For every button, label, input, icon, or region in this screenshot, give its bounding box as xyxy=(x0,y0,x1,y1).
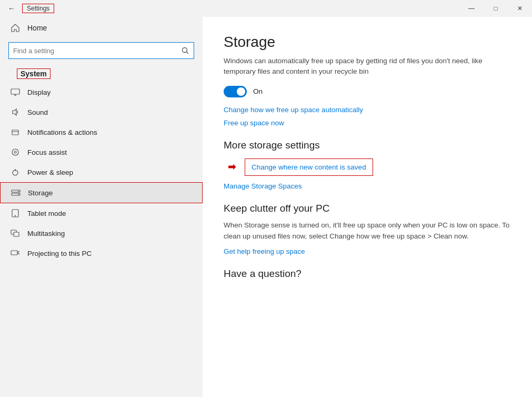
storage-sense-toggle-row: On xyxy=(224,86,511,97)
storage-label: Storage xyxy=(28,189,53,197)
close-button[interactable]: ✕ xyxy=(508,0,532,17)
toggle-label: On xyxy=(253,87,263,95)
arrow-indicator: ➡ xyxy=(228,161,236,173)
display-icon xyxy=(11,87,20,97)
svg-rect-20 xyxy=(11,251,17,255)
home-icon xyxy=(11,23,20,33)
storage-icon xyxy=(11,188,21,197)
change-content-link[interactable]: Change where new content is saved xyxy=(252,163,366,171)
multitasking-label: Multitasking xyxy=(27,230,65,237)
svg-rect-19 xyxy=(14,232,19,236)
have-question-title: Have a question? xyxy=(224,268,511,280)
manage-storage-spaces-link[interactable]: Manage Storage Spaces xyxy=(224,182,511,190)
sidebar-item-sound[interactable]: Sound xyxy=(0,102,203,122)
back-button[interactable]: ← xyxy=(4,1,19,16)
change-content-box: Change where new content is saved xyxy=(245,158,373,176)
keep-clutter-text: When Storage sense is turned on, it'll f… xyxy=(224,220,511,242)
power-label: Power & sleep xyxy=(27,168,73,176)
page-title: Storage xyxy=(224,34,511,51)
more-storage-title: More storage settings xyxy=(224,140,511,151)
keep-clutter-title: Keep clutter off your PC xyxy=(224,203,511,214)
main-content: Storage Windows can automatically free u… xyxy=(203,17,532,397)
svg-point-8 xyxy=(12,149,18,155)
sidebar-item-projecting[interactable]: Projecting to this PC xyxy=(0,243,203,263)
notifications-label: Notifications & actions xyxy=(27,128,97,136)
svg-rect-2 xyxy=(11,89,19,94)
svg-rect-6 xyxy=(12,130,18,135)
toggle-knob xyxy=(237,87,245,96)
sidebar: Home System Di xyxy=(0,17,203,397)
focus-label: Focus assist xyxy=(27,148,67,156)
sidebar-item-home[interactable]: Home xyxy=(0,17,203,37)
window-controls: — □ ✕ xyxy=(459,0,532,17)
svg-point-15 xyxy=(18,194,19,195)
sound-label: Sound xyxy=(27,108,48,116)
notifications-icon xyxy=(11,127,20,137)
storage-sense-toggle[interactable] xyxy=(224,86,247,97)
sidebar-item-tablet[interactable]: Tablet mode xyxy=(0,203,203,223)
projecting-icon xyxy=(11,249,20,258)
sidebar-item-power[interactable]: Power & sleep xyxy=(0,162,203,182)
sound-icon xyxy=(11,107,20,117)
storage-description: Windows can automatically free up space … xyxy=(224,56,511,77)
app-title: Settings xyxy=(22,4,54,13)
sidebar-item-notifications[interactable]: Notifications & actions xyxy=(0,122,203,142)
free-up-space-link[interactable]: Free up space now xyxy=(224,119,511,127)
display-label: Display xyxy=(27,88,51,96)
power-icon xyxy=(11,167,20,177)
maximize-button[interactable]: □ xyxy=(484,0,508,17)
svg-point-17 xyxy=(15,215,16,216)
sidebar-item-display[interactable]: Display xyxy=(0,82,203,102)
multitasking-icon xyxy=(11,229,20,238)
system-section-label: System xyxy=(17,68,51,79)
change-free-space-link[interactable]: Change how we free up space automaticall… xyxy=(224,106,511,114)
svg-marker-5 xyxy=(13,109,16,115)
svg-point-14 xyxy=(18,191,19,192)
sidebar-item-storage[interactable]: Storage xyxy=(0,182,203,203)
svg-point-0 xyxy=(183,48,187,53)
search-icon xyxy=(177,42,194,59)
get-help-link[interactable]: Get help freeing up space xyxy=(224,247,511,255)
search-box[interactable] xyxy=(8,42,194,59)
sidebar-item-focus[interactable]: Focus assist xyxy=(0,142,203,162)
svg-point-9 xyxy=(14,151,16,153)
minimize-button[interactable]: — xyxy=(459,0,484,17)
tablet-label: Tablet mode xyxy=(27,210,66,217)
title-bar: ← Settings — □ ✕ xyxy=(0,0,532,17)
svg-line-1 xyxy=(187,52,189,54)
search-input[interactable] xyxy=(9,47,177,55)
tablet-icon xyxy=(11,209,20,218)
sidebar-item-multitasking[interactable]: Multitasking xyxy=(0,223,203,243)
projecting-label: Projecting to this PC xyxy=(27,250,92,257)
app-body: Home System Di xyxy=(0,17,532,397)
home-label: Home xyxy=(27,24,47,32)
svg-rect-16 xyxy=(12,210,18,217)
focus-icon xyxy=(11,147,20,157)
